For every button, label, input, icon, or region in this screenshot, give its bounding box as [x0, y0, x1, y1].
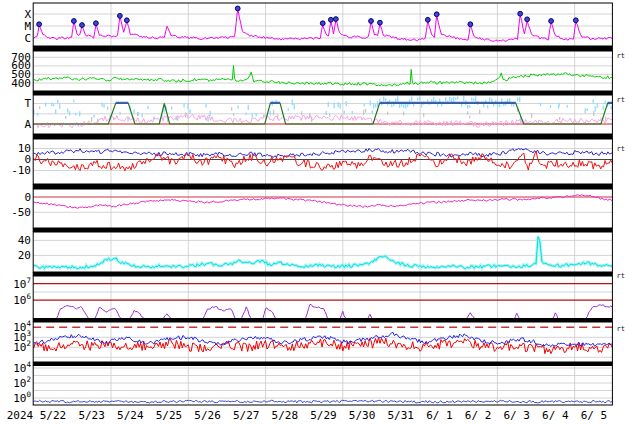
- panel-activity-index: TA: [24, 95, 612, 134]
- panel-proton-flux-gt10mev: 104102100: [13, 360, 612, 406]
- y-tick-label: A: [24, 118, 31, 131]
- panel-y-labels: XMC: [24, 8, 31, 45]
- panel-separator: [33, 184, 613, 189]
- panel-proton-low: 4020: [18, 232, 613, 272]
- space-weather-figure: XMC700600500400TA100-100-504020107106104…: [0, 0, 634, 424]
- x-tick-label: 5/27: [233, 409, 260, 422]
- panel-separator: [33, 272, 613, 276]
- panel-proton-flux-high: 104103102: [13, 319, 612, 362]
- panel-bg: [33, 189, 612, 228]
- panel-separator: [33, 91, 613, 95]
- rt-label: rt: [617, 52, 625, 60]
- x-tick-label: 5/26: [194, 409, 221, 422]
- panel-bg: [33, 276, 612, 319]
- y-tick-label: 0: [24, 191, 31, 204]
- y-tick-label: C: [24, 32, 31, 45]
- panel-separator: [33, 46, 613, 51]
- panel-separator: [33, 362, 613, 366]
- panel-separator: [33, 319, 613, 323]
- x-tick-label: 6/ 2: [465, 409, 492, 422]
- y-tick-label: -50: [11, 206, 31, 219]
- rt-label: rt: [617, 145, 625, 153]
- x-tick-label: 5/28: [272, 409, 299, 422]
- x-tick-label: 6/ 4: [542, 409, 569, 422]
- panel-separator: [33, 134, 613, 139]
- y-tick-label: 400: [11, 77, 31, 90]
- panel-electron-flux: 107106: [13, 275, 612, 323]
- rt-label: rt: [617, 325, 625, 333]
- x-tick-label: 6/ 5: [581, 409, 608, 422]
- panel-solar-wind-speed: 700600500400: [11, 51, 612, 91]
- y-tick-label: -10: [11, 164, 31, 177]
- rt-label: rt: [617, 272, 625, 280]
- panel-imf-bz: 100-10: [11, 139, 612, 184]
- panel-y-labels: 104102100: [13, 360, 31, 405]
- y-tick-label: 40: [18, 234, 31, 247]
- x-axis-year-label: 2024: [7, 409, 34, 422]
- x-tick-label: 5/30: [349, 409, 376, 422]
- chart-canvas: XMC700600500400TA100-100-504020107106104…: [0, 0, 634, 424]
- panel-xray-flux: XMC: [24, 3, 612, 46]
- panel-separator: [33, 228, 613, 232]
- x-tick-label: 5/25: [156, 409, 183, 422]
- x-tick-label: 5/29: [310, 409, 337, 422]
- rt-label: rt: [617, 96, 625, 104]
- y-tick-label: 20: [18, 249, 31, 262]
- y-tick-label: T: [24, 97, 31, 110]
- x-tick-label: 6/ 3: [503, 409, 530, 422]
- x-tick-label: 5/23: [78, 409, 105, 422]
- x-tick-label: 5/31: [388, 409, 415, 422]
- panel-bg: [33, 366, 612, 406]
- x-tick-label: 5/22: [40, 409, 67, 422]
- x-tick-label: 6/ 1: [426, 409, 453, 422]
- x-tick-label: 5/24: [117, 409, 144, 422]
- panel-dst-index: 0-50: [11, 189, 612, 228]
- panel-y-labels: 700600500400: [11, 51, 31, 90]
